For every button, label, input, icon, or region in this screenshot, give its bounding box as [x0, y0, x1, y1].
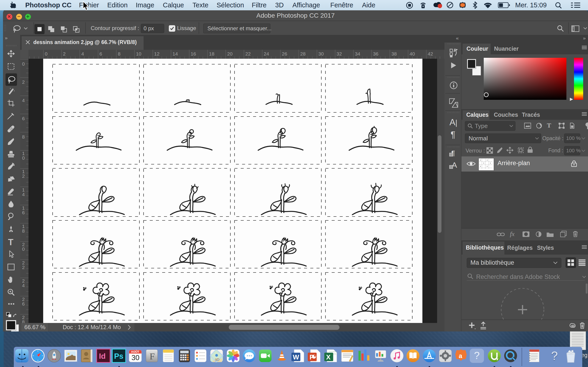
svg-text:a: a — [459, 352, 462, 359]
svg-text:4: 4 — [81, 51, 84, 56]
svg-text:32: 32 — [337, 51, 342, 56]
svg-text:6: 6 — [22, 301, 25, 307]
svg-text:8: 8 — [22, 134, 25, 140]
svg-text:10: 10 — [136, 51, 141, 56]
svg-text:0: 0 — [22, 61, 25, 67]
svg-text:Ps: Ps — [114, 352, 123, 360]
svg-text:40: 40 — [409, 51, 415, 56]
svg-text:6: 6 — [99, 51, 102, 56]
svg-text:30: 30 — [318, 51, 324, 56]
svg-text:42: 42 — [428, 51, 433, 56]
svg-text:0: 0 — [22, 246, 25, 252]
svg-text:16: 16 — [191, 51, 196, 56]
svg-text:Id: Id — [99, 352, 106, 360]
svg-text:2: 2 — [22, 173, 25, 179]
svg-text:4: 4 — [22, 98, 25, 103]
svg-text:3D: 3D — [215, 357, 220, 362]
svg-text:F: F — [149, 351, 155, 361]
svg-text:W: W — [293, 353, 299, 361]
svg-text:12: 12 — [154, 51, 159, 56]
svg-text:18: 18 — [209, 51, 214, 56]
svg-text:6: 6 — [22, 210, 25, 215]
svg-text:20: 20 — [227, 51, 233, 56]
svg-text:22: 22 — [245, 51, 251, 56]
svg-text:6: 6 — [22, 116, 25, 121]
svg-text:0: 0 — [22, 155, 25, 161]
svg-text:X: X — [326, 353, 331, 361]
svg-text:4: 4 — [22, 283, 25, 288]
svg-text:2: 2 — [63, 51, 66, 56]
svg-text:2: 2 — [22, 79, 25, 85]
svg-text:38: 38 — [391, 51, 397, 56]
svg-text:36: 36 — [373, 51, 378, 56]
svg-text:34: 34 — [355, 51, 360, 56]
svg-text:14: 14 — [173, 51, 178, 56]
svg-text:30: 30 — [132, 354, 139, 362]
svg-text:24: 24 — [264, 51, 269, 56]
svg-text:8: 8 — [118, 51, 121, 56]
svg-text:26: 26 — [282, 51, 287, 56]
svg-text:0: 0 — [45, 51, 48, 56]
svg-text:4: 4 — [22, 192, 25, 197]
svg-text:2: 2 — [22, 265, 25, 270]
svg-text:28: 28 — [300, 51, 305, 56]
svg-text:8: 8 — [22, 319, 25, 323]
svg-text:AOÛT: AOÛT — [131, 350, 139, 353]
svg-text:8: 8 — [22, 228, 25, 234]
